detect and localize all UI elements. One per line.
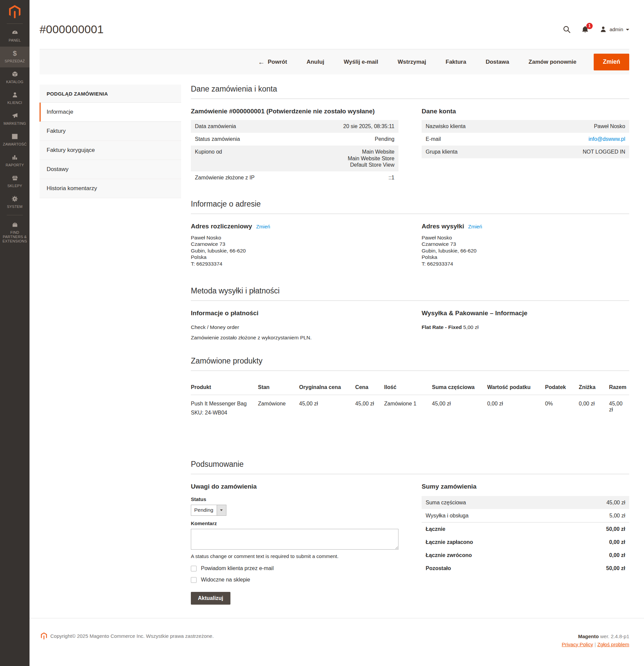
info-row: Nazwisko klienta Paweł Nosko xyxy=(422,120,629,133)
reorder-button[interactable]: Zamów ponownie xyxy=(527,58,579,66)
cancel-button[interactable]: Anuluj xyxy=(304,58,326,66)
total-row: Łącznie 50,00 zł xyxy=(422,523,629,536)
info-value: 20 sie 2025, 08:35:11 xyxy=(343,123,395,130)
payment-info-title: Informacje o płatności xyxy=(191,310,399,317)
status-cell: Zamówione xyxy=(258,395,299,418)
version-number: wer. 2.4.8-p1 xyxy=(600,633,629,639)
magento-logo-icon xyxy=(9,5,20,18)
sidebar-item-raporty[interactable]: RAPORTY xyxy=(0,151,30,171)
comment-textarea[interactable] xyxy=(191,529,399,550)
report-issue-link[interactable]: Zgłoś problem xyxy=(597,642,629,647)
original-price-cell: 45,00 zł xyxy=(299,395,355,418)
customer-email-link[interactable]: info@dswww.pl xyxy=(588,136,625,142)
box-icon xyxy=(12,70,18,78)
magento-logo[interactable] xyxy=(9,0,20,20)
admin-footer: Copyright© 2025 Magento Commerce Inc. Ws… xyxy=(30,618,644,666)
sidebar-item-sklepy[interactable]: SKLEPY xyxy=(0,171,30,192)
tab-faktury-korygujace[interactable]: Faktury korygujące xyxy=(39,141,181,160)
tax-percent-cell: 0% xyxy=(545,395,579,418)
billing-address: Paweł Nosko Czarnowice 73 Gubin, lubuski… xyxy=(191,234,399,267)
info-value: NOT LOGGED IN xyxy=(582,148,625,155)
status-select-value: Pending xyxy=(191,505,217,515)
order-totals-title: Sumy zamówienia xyxy=(422,483,629,490)
sidebar-divider xyxy=(7,23,23,24)
table-header-cell: Razem xyxy=(609,380,629,395)
section-address-info: Informacje o adresie Adres rozliczeniowy… xyxy=(191,199,629,267)
back-button[interactable]: ← Powrót xyxy=(256,58,289,66)
info-label: Kupiono od xyxy=(195,148,222,168)
hold-button[interactable]: Wstrzymaj xyxy=(396,58,428,66)
bar-chart-icon xyxy=(12,154,18,161)
user-icon xyxy=(600,26,607,33)
sidebar-item-panel[interactable]: PANEL xyxy=(0,26,30,47)
tab-historia-komentarzy[interactable]: Historia komentarzy xyxy=(39,179,181,198)
notification-badge: 1 xyxy=(586,23,593,29)
sidebar-item-label: FIND PARTNERS & EXTENSIONS xyxy=(1,230,29,243)
main-column: #000000001 1 admin xyxy=(30,0,644,666)
ship-button[interactable]: Dostawa xyxy=(484,58,511,66)
search-icon[interactable] xyxy=(563,25,571,33)
sidebar-item-label: ZAWARTOŚĆ xyxy=(3,142,27,146)
order-totals-column: Sumy zamówienia Suma częściowa 45,00 zł … xyxy=(422,483,629,575)
status-label: Status xyxy=(191,496,399,502)
sidebar-item-katalog[interactable]: KATALOG xyxy=(0,67,30,88)
tab-informacje[interactable]: Informacje xyxy=(39,103,181,122)
status-select[interactable]: Pending xyxy=(191,505,226,516)
tab-dostawy[interactable]: Dostawy xyxy=(39,160,181,179)
billing-address-title: Adres rozliczeniowy xyxy=(191,223,252,230)
info-label: Zamówienie złożone z IP xyxy=(195,174,255,181)
info-label: E-mail xyxy=(425,136,441,142)
checkbox-label: Widoczne na sklepie xyxy=(201,577,250,583)
privacy-policy-link[interactable]: Privacy Policy xyxy=(562,642,593,647)
info-label: Grupa klienta xyxy=(425,148,457,155)
info-row: Zamówienie złożone z IP ::1 xyxy=(191,171,399,184)
invoice-button[interactable]: Faktura xyxy=(444,58,468,66)
sidebar-item-sprzedaz[interactable]: $ SPRZEDAŻ xyxy=(0,47,30,67)
info-value: Pending xyxy=(375,136,395,142)
sidebar-item-klienci[interactable]: KLIENCI xyxy=(0,88,30,109)
table-header-cell: Stan xyxy=(258,380,299,395)
sidebar-item-label: PANEL xyxy=(9,38,21,42)
sidebar-item-marketing[interactable]: MARKETING xyxy=(0,109,30,130)
visible-on-storefront-checkbox[interactable] xyxy=(191,577,196,583)
copyright-text: Copyright© 2025 Magento Commerce Inc. Ws… xyxy=(50,633,214,639)
comment-hint: A status change or comment text is requi… xyxy=(191,553,399,559)
total-value: 45,00 zł xyxy=(606,500,625,506)
tab-faktury[interactable]: Faktury xyxy=(39,122,181,141)
notify-customer-row: Powiadom klienta przez e-mail xyxy=(191,565,399,572)
info-row: Grupa klienta NOT LOGGED IN xyxy=(422,145,629,158)
product-cell: Push It Messenger Bag SKU: 24-WB04 xyxy=(191,395,258,418)
content-icon xyxy=(12,133,18,140)
send-email-button[interactable]: Wyślij e-mail xyxy=(342,58,380,66)
update-button[interactable]: Aktualizuj xyxy=(191,592,230,604)
chevron-down-icon xyxy=(626,29,629,31)
edit-button[interactable]: Zmień xyxy=(594,54,629,70)
table-header-cell: Oryginalna cena xyxy=(299,380,355,395)
sidebar-item-zawartosc[interactable]: ZAWARTOŚĆ xyxy=(0,130,30,151)
order-info-column: Zamówienie #000000001 (Potwierdzenie nie… xyxy=(191,108,399,184)
page-title: #000000001 xyxy=(39,23,104,36)
edit-billing-address-link[interactable]: Zmień xyxy=(256,224,271,229)
info-row: Kupiono od Main Website Main Website Sto… xyxy=(191,145,399,171)
table-row: Push It Messenger Bag SKU: 24-WB04 Zamów… xyxy=(191,395,629,418)
admin-sidebar: PANEL $ SPRZEDAŻ KATALOG KLIENCI MARKETI… xyxy=(0,0,30,666)
sidebar-item-label: MARKETING xyxy=(3,121,26,126)
notifications-bell-icon[interactable]: 1 xyxy=(581,25,589,33)
qty-cell: Zamówione 1 xyxy=(384,395,432,418)
info-label: Nazwisko klienta xyxy=(425,123,466,130)
price-cell: 45,00 zł xyxy=(355,395,384,418)
sidebar-item-find-partners[interactable]: FIND PARTNERS & EXTENSIONS xyxy=(0,218,30,247)
section-summary: Podsumowanie Uwagi do zamówienia Status … xyxy=(191,460,629,604)
order-info-title: Zamówienie #000000001 (Potwierdzenie nie… xyxy=(191,108,399,115)
shipping-info-title: Wysyłka & Pakowanie – Informacje xyxy=(422,310,629,317)
total-value: 0,00 zł xyxy=(609,552,625,558)
edit-shipping-address-link[interactable]: Zmień xyxy=(468,224,482,229)
checkbox-label: Powiadom klienta przez e-mail xyxy=(201,565,274,572)
total-value: 0,00 zł xyxy=(609,539,625,545)
shipping-method: Flat Rate - Fixed 5,00 zł xyxy=(422,324,629,330)
notify-customer-checkbox[interactable] xyxy=(191,566,196,572)
admin-user-menu[interactable]: admin xyxy=(600,26,629,33)
sidebar-item-system[interactable]: SYSTEM xyxy=(0,192,30,213)
store-icon xyxy=(12,174,18,182)
info-row: E-mail info@dswww.pl xyxy=(422,133,629,145)
